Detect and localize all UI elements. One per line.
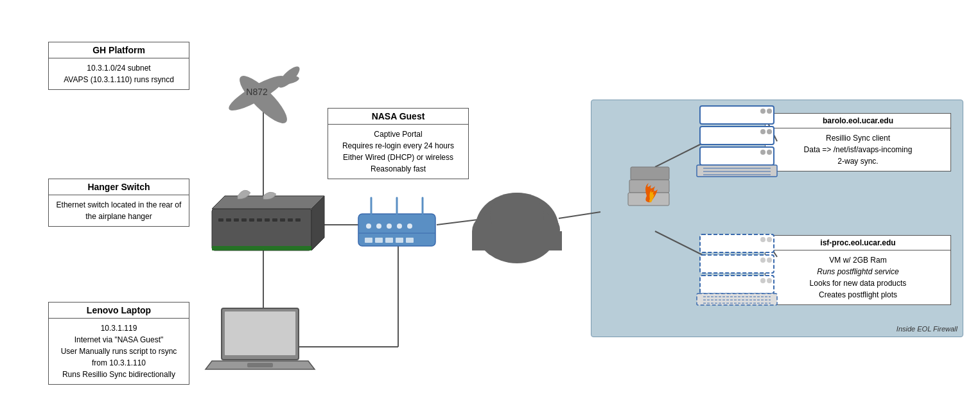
- network-diagram: GH Platform 10.3.1.0/24 subnet AVAPS (10…: [0, 0, 980, 395]
- svg-rect-25: [272, 218, 277, 222]
- hanger-switch-title: Hanger Switch: [49, 179, 189, 195]
- eol-firewall-container: barolo.eol.ucar.edu Resillio Sync client…: [591, 100, 963, 337]
- hanger-switch-body: Ethernet switch located in the rear of t…: [49, 195, 189, 226]
- svg-rect-19: [226, 218, 231, 222]
- isf-proc-title: isf-proc.eol.ucar.edu: [766, 236, 950, 250]
- svg-rect-82: [247, 363, 273, 367]
- svg-rect-21: [241, 218, 247, 222]
- airplane-icon: [225, 64, 303, 129]
- gh-platform-box: GH Platform 10.3.1.0/24 subnet AVAPS (10…: [48, 42, 189, 90]
- svg-rect-80: [225, 312, 295, 355]
- svg-point-38: [387, 224, 392, 229]
- svg-rect-33: [385, 238, 393, 243]
- svg-point-46: [472, 212, 517, 250]
- barolo-title: barolo.eol.ucar.edu: [766, 114, 950, 128]
- svg-rect-31: [365, 238, 372, 243]
- gh-platform-body: 10.3.1.0/24 subnet AVAPS (10.3.1.110) ru…: [49, 58, 189, 89]
- svg-rect-30: [358, 214, 435, 246]
- svg-point-14: [276, 75, 300, 86]
- svg-rect-26: [280, 218, 285, 222]
- svg-point-45: [475, 193, 559, 263]
- nasa-guest-box: NASA Guest Captive Portal Requires re-lo…: [328, 108, 469, 179]
- lenovo-laptop-body: 10.3.1.119 Internet via "NASA Guest" Use…: [49, 319, 189, 384]
- svg-rect-20: [234, 218, 239, 222]
- svg-rect-27: [288, 218, 293, 222]
- svg-point-47: [519, 212, 560, 248]
- laptop-icon: [206, 308, 315, 369]
- isf-proc-line2: Runs postflightd service: [771, 266, 945, 277]
- svg-rect-35: [406, 238, 414, 243]
- svg-rect-79: [222, 308, 299, 360]
- svg-rect-22: [249, 218, 254, 222]
- svg-rect-34: [396, 238, 403, 243]
- cloud-icon: [472, 193, 562, 263]
- isf-proc-body: VM w/ 2GB Ram Runs postflightd service L…: [766, 250, 950, 304]
- nasa-guest-title: NASA Guest: [328, 109, 468, 125]
- nasa-guest-body: Captive Portal Requires re-login every 2…: [328, 125, 468, 179]
- svg-point-12: [225, 71, 289, 116]
- hanger-switch-box: Hanger Switch Ethernet switch located in…: [48, 179, 189, 227]
- lenovo-laptop-title: Lenovo Laptop: [49, 303, 189, 319]
- svg-point-37: [376, 224, 381, 229]
- svg-rect-32: [375, 238, 383, 243]
- n872-label: N872: [246, 87, 268, 97]
- barolo-body: Resillio Sync client Data => /net/isf/av…: [766, 128, 950, 171]
- svg-point-40: [407, 224, 412, 229]
- svg-rect-29: [212, 246, 311, 250]
- svg-marker-81: [206, 361, 315, 369]
- router-icon: [358, 198, 435, 246]
- svg-point-39: [397, 224, 402, 229]
- svg-rect-24: [265, 218, 270, 222]
- svg-rect-49: [472, 231, 562, 250]
- svg-marker-17: [311, 196, 324, 250]
- svg-rect-15: [212, 209, 311, 250]
- svg-rect-23: [257, 218, 262, 222]
- svg-rect-18: [218, 218, 223, 222]
- isf-proc-box: isf-proc.eol.ucar.edu VM w/ 2GB Ram Runs…: [765, 235, 951, 305]
- svg-point-13: [276, 64, 302, 91]
- lenovo-laptop-box: Lenovo Laptop 10.3.1.119 Internet via "N…: [48, 302, 189, 385]
- gh-platform-title: GH Platform: [49, 42, 189, 58]
- svg-line-5: [437, 218, 488, 225]
- svg-rect-28: [295, 218, 301, 222]
- ethernet-switch-icon: [212, 190, 324, 250]
- svg-point-11: [234, 70, 293, 129]
- svg-point-36: [366, 224, 371, 229]
- svg-point-48: [490, 193, 544, 238]
- barolo-box: barolo.eol.ucar.edu Resillio Sync client…: [765, 113, 951, 171]
- eol-firewall-label: Inside EOL Firewall: [897, 325, 958, 333]
- svg-marker-16: [212, 196, 324, 209]
